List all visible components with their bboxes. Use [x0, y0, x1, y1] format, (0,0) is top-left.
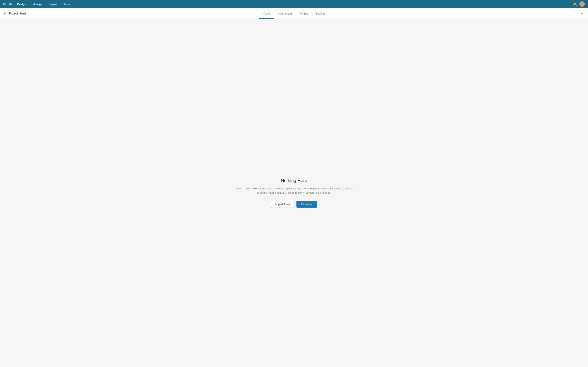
add-asset-button[interactable]: Add Asset — [296, 201, 317, 208]
nav-track[interactable]: Track — [62, 2, 71, 7]
top-nav-left: RHBA Design Manage Deploy Track — [3, 2, 71, 7]
empty-description: Lorem ipsum dolor sit amet, consectetur … — [235, 187, 353, 195]
action-buttons: Import Asset Add Asset — [271, 201, 317, 208]
project-header: Project Name Assets Contributors Metrics… — [0, 8, 588, 19]
main-content: Nothing Here Lorem ipsum dolor sit amet,… — [0, 19, 588, 367]
top-nav-right: 🔔 — [573, 1, 585, 7]
more-options-button[interactable]: ··· — [581, 11, 585, 16]
app-logo: RHBA — [3, 2, 12, 6]
tab-bar: Assets Contributors Metrics Settings — [259, 8, 329, 18]
tab-contributors[interactable]: Contributors — [274, 9, 296, 19]
tab-metrics[interactable]: Metrics — [296, 9, 312, 19]
top-nav: RHBA Design Manage Deploy Track 🔔 — [0, 0, 588, 8]
nav-deploy[interactable]: Deploy — [48, 2, 58, 7]
empty-state: Nothing Here Lorem ipsum dolor sit amet,… — [235, 178, 353, 208]
nav-design[interactable]: Design — [16, 2, 27, 7]
project-name: Project Name — [9, 12, 26, 15]
tab-assets[interactable]: Assets — [259, 9, 274, 19]
nav-manage[interactable]: Manage — [31, 2, 43, 7]
import-asset-button[interactable]: Import Asset — [271, 201, 294, 208]
back-button[interactable] — [3, 12, 7, 15]
empty-title: Nothing Here — [281, 178, 307, 183]
tab-settings[interactable]: Settings — [312, 9, 329, 19]
avatar[interactable] — [579, 1, 585, 7]
avatar-image — [579, 1, 585, 7]
notification-icon[interactable]: 🔔 — [573, 2, 577, 6]
